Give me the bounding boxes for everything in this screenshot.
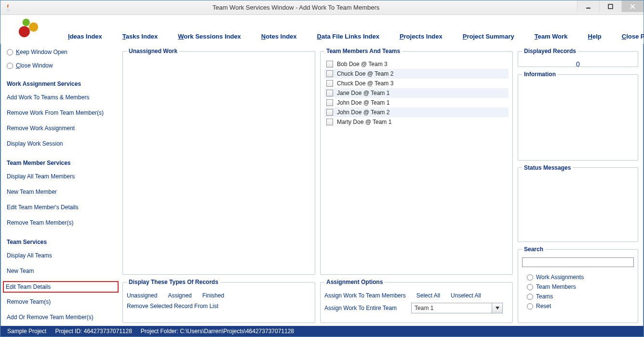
search-opt-reset[interactable]: Reset (527, 303, 634, 310)
app-window: Team Work Services Window - Add Work To … (0, 0, 644, 337)
link-remove-work-members[interactable]: Remove Work From Team Member(s) (7, 109, 118, 116)
menu-help[interactable]: Help (588, 33, 602, 40)
members-column: Team Members And Teams Bob Doe @ Team 3 … (320, 48, 513, 323)
link-display-all-teams[interactable]: Display All Teams (7, 252, 118, 259)
search-opt-members[interactable]: Team Members (527, 283, 634, 290)
search-radio-reset[interactable] (527, 303, 533, 310)
status-project-folder-value: C:\Users\Darren\Projects\464273737071128 (180, 328, 294, 335)
search-panel: Search Work Assignments Team Members Tea… (518, 246, 638, 323)
team-row[interactable]: Chuck Doe @ Team 3 (324, 79, 509, 88)
team-row[interactable]: Marty Doe @ Team 1 (324, 117, 509, 127)
svg-rect-0 (586, 7, 590, 8)
checkbox-icon[interactable] (326, 61, 333, 67)
menu-sessions[interactable]: Work Sessions Index (178, 33, 241, 40)
displayed-records-panel: Displayed Records 0 (518, 48, 638, 67)
link-new-member[interactable]: New Team Member (7, 189, 118, 195)
link-remove-members[interactable]: Remove Team Member(s) (7, 219, 118, 226)
type-unassigned[interactable]: Unassigned (127, 292, 157, 299)
checkbox-icon[interactable] (326, 99, 333, 106)
keep-open-radio[interactable] (7, 49, 13, 55)
search-label-reset: Reset (536, 303, 551, 310)
search-radio-members[interactable] (527, 284, 533, 290)
svg-point-4 (23, 19, 30, 26)
team-select[interactable] (411, 303, 503, 313)
search-opt-work[interactable]: Work Assignments (527, 274, 634, 281)
link-edit-team[interactable]: Edit Team Details (4, 282, 118, 292)
link-new-team[interactable]: New Team (7, 268, 118, 274)
close-button[interactable] (621, 0, 644, 12)
team-select-input[interactable] (411, 303, 492, 313)
status-project-folder-label: Project Folder: (141, 328, 178, 335)
search-label-members: Team Members (536, 283, 576, 290)
close-window-radio[interactable] (7, 63, 13, 69)
minimize-button[interactable] (577, 0, 599, 12)
team-members-legend: Team Members And Teams (324, 48, 402, 54)
menu-datafiles[interactable]: Data File Links Index (317, 33, 379, 40)
search-radio-teams[interactable] (527, 294, 533, 300)
checkbox-icon[interactable] (326, 119, 333, 125)
link-add-work[interactable]: Add Work To Teams & Members (7, 94, 118, 101)
team-member-services-header: Team Member Services (7, 160, 118, 166)
menu-projects[interactable]: Projects Index (400, 33, 443, 40)
keep-window-open-option[interactable]: Keep Window Open (7, 49, 118, 55)
link-display-all-members[interactable]: Display All Team Members (7, 173, 118, 180)
work-assignment-header: Work Assignment Services (7, 81, 118, 87)
checkbox-icon[interactable] (326, 109, 333, 116)
select-all[interactable]: Select All (416, 292, 440, 299)
search-legend: Search (522, 246, 545, 253)
search-input[interactable] (522, 257, 634, 267)
remove-selected-record[interactable]: Remove Selected Record From List (127, 303, 218, 310)
team-row[interactable]: John Doe @ Team 2 (324, 108, 509, 117)
information-legend: Information (522, 71, 558, 78)
menu-close[interactable]: Close Program (622, 33, 644, 40)
team-member-label: Chuck Doe @ Team 2 (337, 70, 393, 77)
search-opt-teams[interactable]: Teams (527, 293, 634, 300)
team-select-dropdown-button[interactable] (492, 303, 503, 313)
client-area: Keep Window Open Close Window Work Assig… (0, 44, 644, 326)
assignment-options-panel: Assignment Options Assign Work To Team M… (320, 279, 513, 323)
menu-summary[interactable]: Project Summary (463, 33, 514, 40)
menu-notes[interactable]: Notes Index (261, 33, 297, 40)
assign-work-team[interactable]: Assign Work To Entire Team (324, 305, 397, 311)
team-member-label: John Doe @ Team 1 (337, 99, 389, 106)
link-add-remove-members[interactable]: Add Or Remove Team Member(s) (7, 314, 118, 321)
team-row[interactable]: Chuck Doe @ Team 2 (324, 69, 509, 79)
close-window-option[interactable]: Close Window (7, 62, 118, 69)
team-members-list[interactable]: Bob Doe @ Team 3 Chuck Doe @ Team 2 Chuc… (324, 59, 509, 270)
assignment-options-legend: Assignment Options (324, 279, 385, 285)
display-types-legend: Display These Types Of Records (127, 279, 220, 285)
unassigned-work-list[interactable] (127, 59, 311, 270)
window-title: Team Work Services Window - Add Work To … (15, 4, 577, 11)
checkbox-icon[interactable] (326, 80, 333, 87)
link-display-session[interactable]: Display Work Session (7, 140, 118, 147)
menu-ideas[interactable]: Ideas Index (68, 33, 102, 40)
link-remove-teams[interactable]: Remove Team(s) (7, 298, 118, 305)
team-member-label: Marty Doe @ Team 1 (337, 119, 391, 125)
menu-tasks[interactable]: Tasks Index (122, 33, 158, 40)
status-messages-content (522, 176, 634, 238)
svg-point-6 (19, 26, 30, 37)
team-row[interactable]: John Doe @ Team 1 (324, 98, 509, 108)
type-finished[interactable]: Finished (202, 292, 224, 299)
link-edit-member[interactable]: Edit Team Member's Details (7, 204, 118, 211)
information-panel: Information (518, 71, 638, 161)
type-assigned[interactable]: Assigned (168, 292, 191, 299)
unassigned-work-panel: Unassigned Work (122, 48, 315, 275)
checkbox-icon[interactable] (326, 90, 333, 96)
svg-point-5 (29, 23, 38, 32)
status-project-id: Project ID: 464273737071128 (55, 328, 132, 335)
unselect-all[interactable]: Unselect All (451, 292, 481, 299)
link-remove-assignment[interactable]: Remove Work Assignment (7, 125, 118, 132)
team-row[interactable]: Jane Doe @ Team 1 (324, 88, 509, 98)
maximize-button[interactable] (599, 0, 621, 12)
menu-teamwork[interactable]: Team Work (535, 33, 568, 40)
menubar: Ideas Index Tasks Index Work Sessions In… (0, 15, 644, 44)
assign-work-members[interactable]: Assign Work To Team Members (324, 292, 406, 299)
team-members-panel: Team Members And Teams Bob Doe @ Team 3 … (320, 48, 513, 275)
team-row[interactable]: Bob Doe @ Team 3 (324, 59, 509, 69)
search-radio-work[interactable] (527, 274, 533, 281)
svg-rect-1 (608, 4, 613, 9)
displayed-records-count: 0 (522, 60, 634, 68)
checkbox-icon[interactable] (326, 70, 333, 77)
display-types-panel: Display These Types Of Records Unassigne… (122, 279, 315, 323)
